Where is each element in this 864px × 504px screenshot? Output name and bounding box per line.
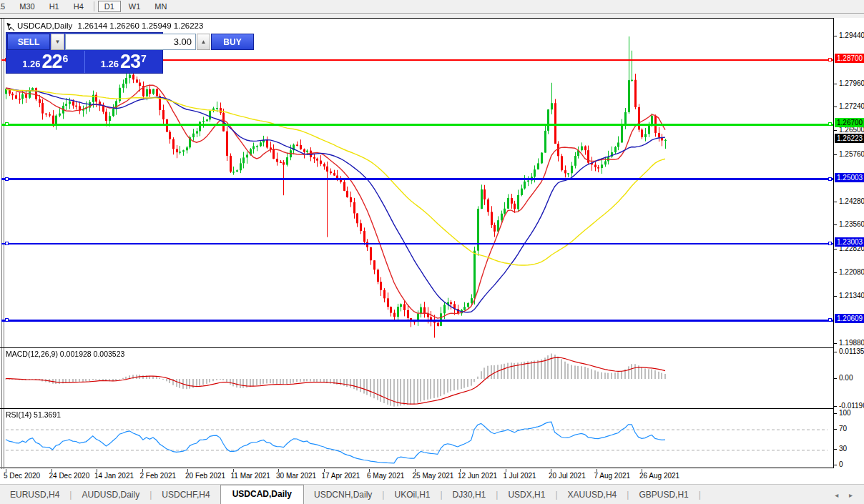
tab-usdcnh-daily[interactable]: USDCNH,Daily bbox=[304, 486, 382, 504]
volume-increase-button[interactable]: ▲ bbox=[197, 34, 210, 50]
chart-tabs-bar: EURUSD,H4|AUDUSD,Daily|USDCHF,H4USDCAD,D… bbox=[0, 484, 864, 504]
price-tick bbox=[834, 465, 837, 465]
timeframe-button-H1[interactable]: H1 bbox=[43, 1, 66, 11]
tab-scroll-arrows-icon[interactable]: ◂ ▸ bbox=[835, 491, 864, 504]
line-handle-icon[interactable] bbox=[5, 318, 9, 322]
horizontal-line-1.20609[interactable] bbox=[1, 320, 833, 322]
tab-audusd-daily[interactable]: AUDUSD,Daily bbox=[72, 486, 149, 504]
price-axis-label: 1.25760 bbox=[839, 150, 864, 158]
date-axis-label: 2 Feb 2021 bbox=[140, 472, 177, 480]
timeframe-button-M30[interactable]: M30 bbox=[13, 1, 41, 11]
date-axis-label: 25 May 2021 bbox=[413, 472, 454, 480]
line-price-badge: 1.28700 bbox=[835, 54, 864, 63]
price-tick bbox=[834, 130, 837, 131]
line-handle-icon[interactable] bbox=[828, 122, 832, 126]
one-click-trading-panel: SELL ▼ ▲ BUY 1.26 22 6 1.26 23 7 bbox=[6, 32, 163, 74]
line-price-badge: 1.20609 bbox=[835, 314, 864, 323]
rsi-axis-label: 70 bbox=[839, 425, 847, 433]
chart-cursor-arrow-icon bbox=[6, 22, 15, 31]
price-axis-label: 1.22080 bbox=[839, 268, 864, 276]
date-axis-label: 6 May 2021 bbox=[367, 472, 404, 480]
sell-button[interactable]: SELL bbox=[7, 34, 50, 50]
macd-axis-label: 0.00 bbox=[839, 374, 853, 382]
date-axis-label: 5 Dec 2020 bbox=[4, 472, 40, 480]
price-axis-label: 1.29440 bbox=[839, 31, 864, 39]
macd-label: MACD(12,26,9) 0.001928 0.003523 bbox=[6, 350, 124, 358]
date-axis-label: 20 Feb 2021 bbox=[185, 472, 225, 480]
timeframe-toolbar: 15M30H1H4D1W1MN bbox=[0, 0, 864, 14]
timeframe-button-H4[interactable]: H4 bbox=[67, 1, 90, 11]
date-axis-label: 20 Jul 2021 bbox=[549, 472, 586, 480]
rsi-panel-separator[interactable] bbox=[0, 408, 833, 409]
price-axis-label: 1.27960 bbox=[839, 79, 864, 87]
date-axis-label: 11 Mar 2021 bbox=[231, 472, 270, 480]
date-axis-label: 26 Aug 2021 bbox=[639, 472, 679, 480]
sell-price-big: 22 bbox=[41, 52, 62, 71]
price-tick bbox=[834, 272, 837, 273]
tab-gbpusd-h1[interactable]: GBPUSD,H1 bbox=[629, 486, 698, 504]
line-price-badge: 1.26700 bbox=[835, 118, 864, 127]
price-axis-label: 1.19880 bbox=[839, 339, 864, 347]
tab-xauusd-h4[interactable]: XAUUSD,H4 bbox=[558, 486, 627, 504]
buy-price-sup: 7 bbox=[141, 53, 147, 64]
price-axis-label: 1.23560 bbox=[839, 220, 864, 228]
macd-axis-label: 0.01135 bbox=[839, 347, 864, 355]
line-price-badge: 1.25003 bbox=[835, 173, 864, 182]
time-axis[interactable]: 5 Dec 202024 Dec 202014 Jan 20212 Feb 20… bbox=[0, 469, 834, 482]
volume-input[interactable] bbox=[65, 34, 196, 50]
price-axis-label: 1.24280 bbox=[839, 197, 864, 205]
spin-down-icon: ▼ bbox=[55, 39, 61, 45]
line-handle-icon[interactable] bbox=[5, 177, 9, 181]
sell-price-sup: 6 bbox=[63, 53, 69, 64]
price-axis-label: 1.27240 bbox=[839, 102, 864, 110]
price-tick bbox=[834, 429, 837, 430]
line-handle-icon[interactable] bbox=[828, 177, 832, 181]
timeframe-button-MN[interactable]: MN bbox=[148, 1, 173, 11]
price-tick bbox=[834, 449, 837, 450]
chart-ohlc-readout: 1.26144 1.26260 1.25949 1.26223 bbox=[78, 21, 204, 30]
chart-title: USDCAD,Daily 1.26144 1.26260 1.25949 1.2… bbox=[7, 21, 203, 30]
tab-usdx-h1[interactable]: USDX,H1 bbox=[498, 486, 555, 504]
line-handle-icon[interactable] bbox=[5, 242, 9, 245]
spin-up-icon: ▲ bbox=[201, 39, 207, 45]
chart-window[interactable]: USDCAD,Daily 1.26144 1.26260 1.25949 1.2… bbox=[0, 18, 834, 468]
price-tick bbox=[834, 224, 837, 225]
horizontal-line-1.23003[interactable] bbox=[1, 243, 833, 244]
buy-button[interactable]: BUY bbox=[211, 34, 254, 50]
timeframe-button-W1[interactable]: W1 bbox=[122, 1, 147, 11]
rsi-label: RSI(14) 51.3691 bbox=[6, 410, 61, 419]
price-tick bbox=[834, 84, 837, 84]
date-axis-label: 30 Mar 2021 bbox=[276, 472, 316, 480]
mt4-window: 15M30H1H4D1W1MN USDCAD,Daily 1.26144 1.2… bbox=[0, 0, 864, 504]
price-axis[interactable]: 1.294401.279601.272401.265001.257601.242… bbox=[834, 18, 864, 469]
date-axis-label: 7 Aug 2021 bbox=[594, 472, 631, 480]
date-axis-label: 17 Apr 2021 bbox=[322, 472, 360, 480]
tab-eurusd-h4[interactable]: EURUSD,H4 bbox=[0, 486, 69, 504]
date-axis-label: 14 Jan 2021 bbox=[94, 472, 134, 480]
volume-decrease-button[interactable]: ▼ bbox=[51, 34, 64, 50]
line-handle-icon[interactable] bbox=[828, 242, 832, 245]
tab-dj30-h1[interactable]: DJ30,H1 bbox=[443, 486, 496, 504]
price-tick bbox=[834, 107, 837, 107]
buy-price-display[interactable]: 1.26 23 7 bbox=[84, 51, 163, 73]
price-tick bbox=[834, 352, 837, 352]
horizontal-line-1.26700[interactable] bbox=[1, 124, 833, 126]
buy-price-big: 23 bbox=[120, 52, 140, 71]
toolbar-separator bbox=[94, 1, 94, 11]
macd-panel-separator[interactable] bbox=[0, 347, 833, 348]
tab-ukoil-h1[interactable]: UKOil,H1 bbox=[384, 486, 440, 504]
sell-price-display[interactable]: 1.26 22 6 bbox=[6, 51, 84, 73]
timeframe-button-15[interactable]: 15 bbox=[0, 1, 11, 11]
sell-price-small: 1.26 bbox=[22, 59, 40, 69]
date-axis-label: 1 Jul 2021 bbox=[504, 472, 536, 480]
timeframe-button-D1[interactable]: D1 bbox=[98, 1, 121, 12]
line-handle-icon[interactable] bbox=[828, 58, 832, 61]
line-handle-icon[interactable] bbox=[5, 122, 9, 126]
tab-usdcad-daily[interactable]: USDCAD,Daily bbox=[220, 485, 304, 504]
line-handle-icon[interactable] bbox=[828, 318, 832, 322]
rsi-axis-label: 0 bbox=[839, 460, 843, 468]
line-price-badge: 1.23003 bbox=[835, 237, 864, 247]
chart-symbol-period: USDCAD,Daily bbox=[17, 21, 72, 30]
tab-usdchf-h4[interactable]: USDCHF,H4 bbox=[152, 486, 220, 504]
horizontal-line-1.25003[interactable] bbox=[1, 178, 833, 180]
